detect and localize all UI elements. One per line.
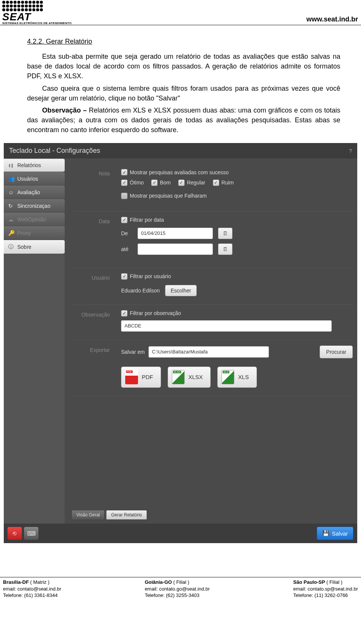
exit-button[interactable]: ⎋ — [8, 527, 22, 540]
page-footer: Brasília-DF ( Matriz ) email: contato@se… — [0, 577, 361, 602]
sidebar-item-sobre[interactable]: ⓘSobre — [4, 240, 65, 254]
logo-subtitle: SISTEMAS ELETRÔNICOS DE ATENDIMENTO — [2, 21, 72, 25]
pdf-icon — [125, 370, 138, 384]
sidebar-item-avaliacao[interactable]: ☺Avaliação — [4, 186, 65, 199]
paragraph-2: Caso queira que o sistema lembre quais f… — [27, 84, 340, 103]
save-icon: 💾 — [322, 530, 329, 537]
app-title: Teclado Local - Configurações — [9, 147, 100, 155]
cloud-icon: ☁ — [8, 216, 14, 222]
sidebar-item-proxy[interactable]: 🔑Proxy — [4, 226, 65, 240]
escolher-button[interactable]: Escolher — [165, 285, 197, 296]
paragraph-1: Esta sub-aba permite que seja gerado um … — [27, 52, 340, 81]
xls-icon — [221, 370, 234, 384]
chart-icon: ⫾⫿ — [8, 162, 14, 168]
checkbox-filtrar-data[interactable]: ✓ — [121, 217, 127, 223]
sidebar: ⫾⫿Relatórios 👥Usuários ☺Avaliação ↻Sincr… — [4, 158, 65, 524]
procurar-button[interactable]: Procurar — [320, 346, 353, 358]
keyboard-button[interactable]: ⌨ — [24, 527, 38, 540]
section-usuario: Usuário ✓Filtrar por usuário Eduardo Edi… — [72, 268, 353, 305]
bottom-bar: ⎋ ⌨ 💾Salvar — [4, 524, 357, 543]
export-pdf-button[interactable]: PDF — [121, 367, 161, 388]
checkbox-sucesso[interactable]: ✓ — [121, 169, 127, 175]
label-de: De — [121, 230, 132, 236]
checkbox-otimo[interactable]: ✓ — [121, 180, 127, 186]
label-nota: Nota — [72, 169, 110, 203]
section-nota: Nota ✓Mostrar pesquisas avaliadas com su… — [72, 164, 353, 212]
calendar-de-button[interactable]: 🗓 — [218, 228, 232, 239]
logo-dots — [2, 1, 72, 11]
selected-user-name: Eduardo Edilson — [121, 288, 160, 294]
section-heading: 4.2.2. Gerar Relatório — [27, 37, 340, 46]
section-exportar: Exportar Salvar em Procurar PDF XLSX XLS — [72, 340, 353, 396]
section-observacao: Observação ✓Filtrar por observação — [72, 305, 353, 340]
salvar-button[interactable]: 💾Salvar — [317, 527, 353, 540]
paragraph-observacao: Observação – Relatórios em XLS e XLSX po… — [27, 105, 340, 135]
info-icon: ⓘ — [8, 244, 14, 250]
help-icon[interactable]: ? — [349, 148, 352, 154]
app-titlebar: Teclado Local - Configurações ? — [4, 143, 357, 158]
section-data: Data ✓Filtrar por data De 🗓 até 🗓 — [72, 212, 353, 268]
main-panel: Nota ✓Mostrar pesquisas avaliadas com su… — [65, 158, 357, 524]
xlsx-icon — [172, 370, 185, 384]
tab-gerar-relatorio[interactable]: Gerar Relatório — [106, 510, 147, 520]
label-observacao: Observação — [72, 310, 110, 332]
sidebar-item-usuarios[interactable]: 👥Usuários — [4, 172, 65, 186]
sidebar-item-webopiniao[interactable]: ☁WebOpinião — [4, 213, 65, 226]
checkbox-ruim[interactable]: ✓ — [213, 180, 219, 186]
tab-visao-geral[interactable]: Visão Geral — [71, 510, 105, 520]
footer-col-2: Goiânia-GO ( Filial ) email: contato.go@… — [145, 579, 210, 599]
export-xls-button[interactable]: XLS — [217, 367, 256, 388]
checkbox-bom[interactable]: ✓ — [151, 180, 158, 186]
sidebar-item-sincronizacao[interactable]: ↻Sincronizaçao — [4, 199, 65, 213]
input-data-de[interactable] — [138, 228, 213, 239]
app-window: Teclado Local - Configurações ? ⫾⫿Relató… — [4, 143, 357, 543]
checkbox-sucesso-label: Mostrar pesquisas avaliadas com sucesso — [130, 169, 229, 175]
label-exportar: Exportar — [72, 346, 110, 388]
export-xlsx-button[interactable]: XLSX — [168, 367, 211, 388]
logo-text: SEAT — [2, 12, 72, 21]
users-icon: 👥 — [8, 176, 14, 182]
document-body: 4.2.2. Gerar Relatório Esta sub-aba perm… — [0, 25, 361, 139]
sync-icon: ↻ — [8, 203, 14, 209]
input-observacao[interactable] — [121, 320, 332, 332]
checkbox-filtrar-usuario[interactable]: ✓ — [121, 273, 127, 280]
label-salvar-em: Salvar em — [121, 349, 145, 355]
sidebar-item-relatorios[interactable]: ⫾⫿Relatórios — [4, 158, 65, 172]
label-usuario: Usuário — [72, 273, 110, 296]
calendar-ate-button[interactable]: 🗓 — [218, 244, 232, 255]
key-icon: 🔑 — [8, 230, 14, 236]
label-ate: até — [121, 246, 132, 252]
bottom-tabs: Visão Geral Gerar Relatório — [71, 510, 147, 520]
checkbox-filtrar-observacao[interactable]: ✓ — [121, 310, 127, 317]
checkbox-falharam[interactable]: ✓ — [121, 193, 127, 199]
footer-col-1: Brasília-DF ( Matriz ) email: contato@se… — [3, 579, 61, 599]
page-header: SEAT SISTEMAS ELETRÔNICOS DE ATENDIMENTO… — [0, 0, 361, 25]
logo: SEAT SISTEMAS ELETRÔNICOS DE ATENDIMENTO — [2, 1, 72, 25]
checkbox-regular[interactable]: ✓ — [178, 180, 185, 186]
input-data-ate[interactable] — [138, 244, 213, 255]
input-export-path[interactable] — [149, 346, 269, 358]
checkbox-falharam-label: Mostrar pesquisas que Falharam — [130, 193, 207, 199]
label-data: Data — [72, 217, 110, 259]
footer-col-3: São Paulo-SP ( Filial ) email: contato.s… — [293, 579, 358, 599]
smile-icon: ☺ — [8, 189, 14, 195]
site-url: www.seat.ind.br — [306, 15, 358, 25]
